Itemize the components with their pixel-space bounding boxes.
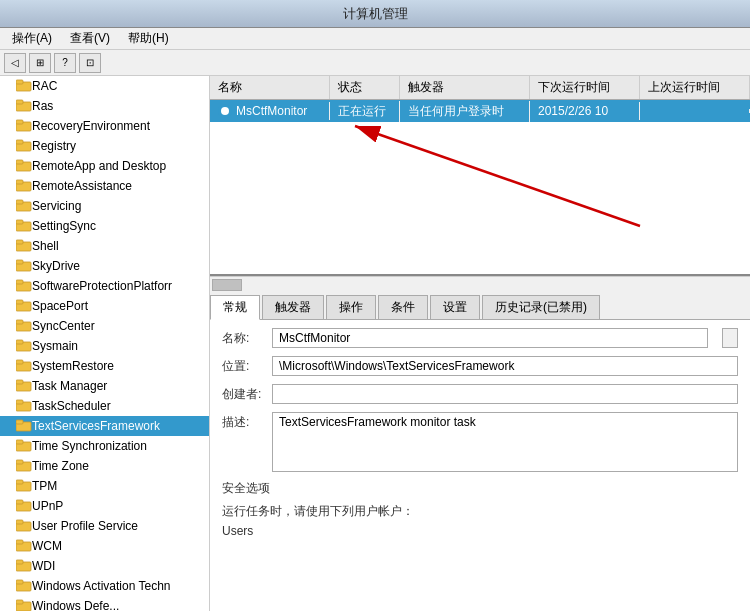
tree-item[interactable]: UPnP	[0, 496, 209, 516]
h-scrollbar[interactable]	[210, 276, 750, 292]
name-label: 名称:	[222, 328, 272, 347]
title-bar: 计算机管理	[0, 0, 750, 28]
table-area: 名称 状态 触发器 下次运行时间 上次运行时间 MsCtfMonitor 正在运…	[210, 76, 750, 276]
tree-item-label: SoftwareProtectionPlatforr	[32, 279, 172, 293]
desc-value[interactable]: TextServicesFramework monitor task	[272, 412, 738, 472]
tree-item[interactable]: TPM	[0, 476, 209, 496]
svg-rect-15	[16, 220, 23, 224]
svg-rect-49	[16, 560, 23, 564]
tree-item[interactable]: Task Manager	[0, 376, 209, 396]
folder-icon	[16, 98, 32, 115]
tree-item-label: WDI	[32, 559, 55, 573]
tree-item[interactable]: Time Synchronization	[0, 436, 209, 456]
tree-item[interactable]: WDI	[0, 556, 209, 576]
tree-item[interactable]: RemoteAssistance	[0, 176, 209, 196]
col-status[interactable]: 状态	[330, 76, 400, 99]
tab-condition[interactable]: 条件	[378, 295, 428, 319]
folder-icon	[16, 578, 32, 595]
view-button[interactable]: ⊡	[79, 53, 101, 73]
svg-rect-7	[16, 140, 23, 144]
tree-item[interactable]: Servicing	[0, 196, 209, 216]
tree-item[interactable]: SystemRestore	[0, 356, 209, 376]
location-row: 位置: \Microsoft\Windows\TextServicesFrame…	[222, 356, 738, 376]
tree-item[interactable]: SkyDrive	[0, 256, 209, 276]
tree-item-label: Registry	[32, 139, 76, 153]
tree-item[interactable]: TaskScheduler	[0, 396, 209, 416]
right-panel: 名称 状态 触发器 下次运行时间 上次运行时间 MsCtfMonitor 正在运…	[210, 76, 750, 611]
tree-item[interactable]: TextServicesFramework	[0, 416, 209, 436]
detail-area: 常规 触发器 操作 条件 设置 历史记录(已禁用) 名称: MsCtfMonit…	[210, 292, 750, 611]
tree-item-label: Task Manager	[32, 379, 107, 393]
menu-view[interactable]: 查看(V)	[62, 28, 118, 49]
row-icon	[218, 104, 232, 118]
tab-action[interactable]: 操作	[326, 295, 376, 319]
run-as-label: 运行任务时，请使用下列用户帐户：	[222, 503, 738, 520]
col-last[interactable]: 上次运行时间	[640, 76, 750, 99]
tree-item-label: Shell	[32, 239, 59, 253]
svg-line-55	[355, 126, 640, 226]
tree-item[interactable]: SoftwareProtectionPlatforr	[0, 276, 209, 296]
tree-item[interactable]: RecoveryEnvironment	[0, 116, 209, 136]
location-label: 位置:	[222, 356, 272, 375]
col-next[interactable]: 下次运行时间	[530, 76, 640, 99]
tree-item[interactable]: Shell	[0, 236, 209, 256]
tab-settings[interactable]: 设置	[430, 295, 480, 319]
tree-item[interactable]: Sysmain	[0, 336, 209, 356]
folder-icon	[16, 118, 32, 135]
svg-rect-25	[16, 320, 23, 324]
tree-item-label: Ras	[32, 99, 53, 113]
tree-item-label: SettingSync	[32, 219, 96, 233]
tree-item-label: User Profile Service	[32, 519, 138, 533]
users-label: Users	[222, 524, 738, 538]
col-trigger[interactable]: 触发器	[400, 76, 530, 99]
table-row[interactable]: MsCtfMonitor 正在运行 当任何用户登录时 2015/2/26 10	[210, 100, 750, 122]
folder-icon	[16, 398, 32, 415]
creator-row: 创建者:	[222, 384, 738, 404]
folder-icon	[16, 338, 32, 355]
tree-item[interactable]: Windows Activation Techn	[0, 576, 209, 596]
col-name[interactable]: 名称	[210, 76, 330, 99]
tree-item[interactable]: User Profile Service	[0, 516, 209, 536]
menu-help[interactable]: 帮助(H)	[120, 28, 177, 49]
tree-item[interactable]: Ras	[0, 96, 209, 116]
tree-item[interactable]: RAC	[0, 76, 209, 96]
tree-item-label: Windows Activation Techn	[32, 579, 171, 593]
creator-value[interactable]	[272, 384, 738, 404]
tree-item-label: Time Zone	[32, 459, 89, 473]
menu-action[interactable]: 操作(A)	[4, 28, 60, 49]
help-button[interactable]: ?	[54, 53, 76, 73]
svg-rect-17	[16, 240, 23, 244]
folder-icon	[16, 238, 32, 255]
tree-item[interactable]: SettingSync	[0, 216, 209, 236]
tree-item[interactable]: WCM	[0, 536, 209, 556]
grid-button[interactable]: ⊞	[29, 53, 51, 73]
tree-item[interactable]: SpacePort	[0, 296, 209, 316]
location-value[interactable]: \Microsoft\Windows\TextServicesFramework	[272, 356, 738, 376]
name-row: 名称: MsCtfMonitor	[222, 328, 738, 348]
folder-icon	[16, 418, 32, 435]
tree-item[interactable]: Time Zone	[0, 456, 209, 476]
tab-general[interactable]: 常规	[210, 295, 260, 320]
td-name: MsCtfMonitor	[210, 102, 330, 120]
tree-item[interactable]: Registry	[0, 136, 209, 156]
tab-trigger[interactable]: 触发器	[262, 295, 324, 319]
back-button[interactable]: ◁	[4, 53, 26, 73]
svg-rect-39	[16, 460, 23, 464]
tree-item[interactable]: Windows Defe...	[0, 596, 209, 611]
tree-item[interactable]: RemoteApp and Desktop	[0, 156, 209, 176]
security-section: 安全选项 运行任务时，请使用下列用户帐户： Users	[222, 480, 738, 538]
folder-icon	[16, 78, 32, 95]
folder-icon	[16, 198, 32, 215]
table-header: 名称 状态 触发器 下次运行时间 上次运行时间	[210, 76, 750, 100]
svg-rect-37	[16, 440, 23, 444]
tree-item[interactable]: SyncCenter	[0, 316, 209, 336]
detail-content: 名称: MsCtfMonitor 位置: \Microsoft\Windows\…	[210, 320, 750, 611]
name-value[interactable]: MsCtfMonitor	[272, 328, 708, 348]
folder-icon	[16, 378, 32, 395]
tab-history[interactable]: 历史记录(已禁用)	[482, 295, 600, 319]
tree-item-label: RemoteAssistance	[32, 179, 132, 193]
folder-icon	[16, 358, 32, 375]
left-panel: RAC Ras RecoveryEnvironment Registry Rem…	[0, 76, 210, 611]
tree-item-label: SpacePort	[32, 299, 88, 313]
svg-rect-13	[16, 200, 23, 204]
